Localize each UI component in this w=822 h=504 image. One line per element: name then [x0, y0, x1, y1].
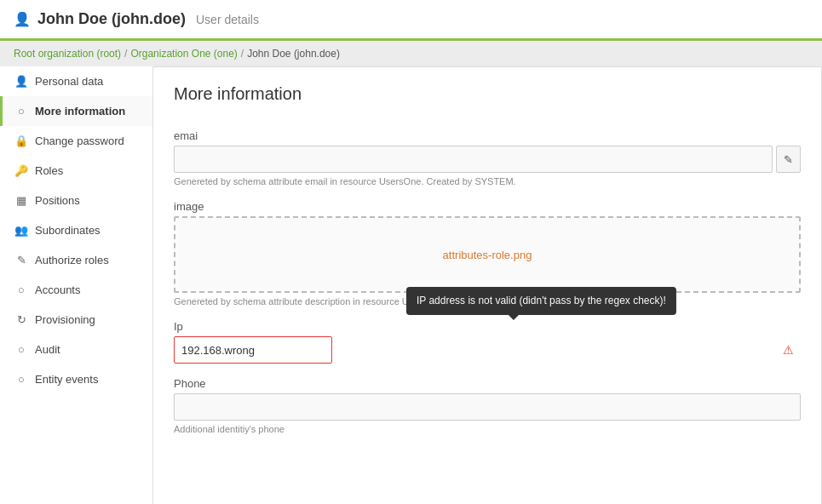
sidebar-item-roles[interactable]: 🔑 Roles	[0, 156, 152, 186]
sidebar-item-more-information[interactable]: ○ More information	[0, 96, 152, 126]
sidebar-item-entity-events[interactable]: ○ Entity events	[0, 364, 152, 394]
user-icon: 👤	[14, 11, 31, 27]
sidebar-item-provisioning[interactable]: ↻ Provisioning	[0, 305, 152, 335]
provisioning-icon: ↻	[14, 313, 28, 326]
main-layout: 👤 Personal data ○ More information 🔒 Cha…	[0, 66, 822, 504]
sidebar-item-subordinates[interactable]: 👥 Subordinates	[0, 215, 152, 245]
email-hint: Genereted by schema attribute email in r…	[174, 176, 801, 186]
breadcrumb-org[interactable]: Organization One (one)	[130, 48, 237, 60]
entity-events-icon: ○	[14, 373, 28, 386]
ip-tooltip-container: IP address is not valid (didn't pass by …	[174, 336, 801, 364]
email-input[interactable]	[174, 146, 773, 173]
sidebar-item-label: Provisioning	[35, 313, 95, 326]
sidebar-item-label: Authorize roles	[35, 254, 109, 266]
ip-input-wrapper: ⚠	[174, 336, 801, 364]
ip-tooltip: IP address is not valid (didn't pass by …	[406, 287, 676, 315]
breadcrumb: Root organization (root) / Organization …	[0, 41, 822, 66]
sidebar-item-personal-data[interactable]: 👤 Personal data	[0, 66, 152, 96]
sidebar-item-positions[interactable]: ▦ Positions	[0, 186, 152, 215]
sidebar-item-label: Roles	[35, 164, 63, 177]
sidebar-item-authorize-roles[interactable]: ✎ Authorize roles	[0, 245, 152, 275]
subordinates-icon: 👥	[14, 224, 28, 237]
sidebar-item-label: Change password	[35, 135, 124, 147]
breadcrumb-current: John Doe (john.doe)	[247, 48, 340, 60]
page-title: John Doe (john.doe)	[37, 10, 186, 28]
image-upload-area[interactable]: attributes-role.png	[174, 216, 801, 293]
phone-hint: Additional identitiy's phone	[174, 424, 801, 434]
page-header: 👤 John Doe (john.doe) User details	[0, 0, 822, 41]
sidebar-item-audit[interactable]: ○ Audit	[0, 335, 152, 364]
email-edit-button[interactable]: ✎	[776, 146, 801, 173]
sidebar-item-label: More information	[35, 105, 125, 117]
sidebar: 👤 Personal data ○ More information 🔒 Cha…	[0, 66, 153, 504]
positions-icon: ▦	[14, 194, 28, 207]
warning-icon: ⚠	[783, 343, 794, 357]
email-field-group: emai ✎ Genereted by schema attribute ema…	[174, 129, 801, 186]
content-panel: More information emai ✎ Genereted by sch…	[153, 66, 822, 504]
sidebar-item-label: Entity events	[35, 373, 98, 386]
sidebar-item-change-password[interactable]: 🔒 Change password	[0, 126, 152, 156]
sidebar-item-label: Audit	[35, 343, 60, 356]
phone-field-row	[174, 393, 801, 421]
accounts-icon: ○	[14, 284, 28, 296]
phone-input[interactable]	[174, 393, 801, 421]
sidebar-item-label: Personal data	[35, 75, 103, 88]
breadcrumb-root[interactable]: Root organization (root)	[14, 48, 121, 60]
sidebar-item-label: Accounts	[35, 284, 80, 296]
page-subtitle: User details	[196, 13, 259, 26]
ip-label: Ip	[174, 320, 801, 333]
email-field-row: ✎	[174, 146, 801, 173]
image-label: image	[174, 200, 801, 213]
section-title: More information	[174, 84, 801, 112]
phone-field-group: Phone Additional identitiy's phone	[174, 377, 801, 434]
ip-field-group: Ip IP address is not valid (didn't pass …	[174, 320, 801, 364]
image-placeholder-text: attributes-role.png	[443, 249, 532, 261]
authorize-roles-icon: ✎	[14, 254, 28, 266]
more-info-icon: ○	[14, 105, 28, 117]
ip-input[interactable]	[174, 336, 332, 364]
email-label: emai	[174, 129, 801, 142]
sidebar-item-label: Positions	[35, 194, 80, 207]
personal-data-icon: 👤	[14, 75, 28, 88]
audit-icon: ○	[14, 343, 28, 356]
sidebar-item-label: Subordinates	[35, 224, 101, 237]
roles-icon: 🔑	[14, 164, 28, 177]
phone-label: Phone	[174, 377, 801, 390]
sidebar-item-accounts[interactable]: ○ Accounts	[0, 275, 152, 305]
change-password-icon: 🔒	[14, 135, 28, 147]
